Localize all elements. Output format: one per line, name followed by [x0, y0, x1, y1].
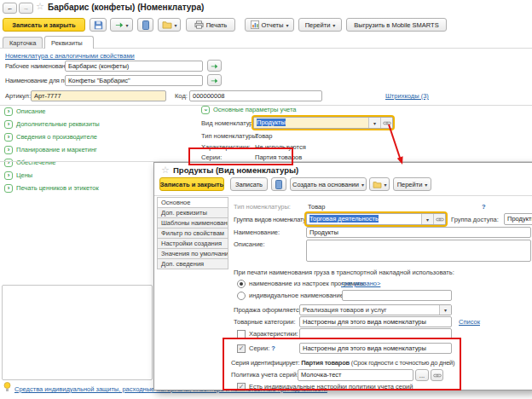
section-planning-marketing[interactable]: › Планирование и маркетинг: [4, 146, 97, 154]
print-name-pick-button[interactable]: [207, 74, 222, 86]
section-additional-requisites[interactable]: › Дополнительные реквизиты: [4, 120, 100, 129]
dialog-categories-field[interactable]: Настроены для этого вида номенклатуры: [299, 316, 452, 327]
reports-button[interactable]: Отчеты▾: [245, 18, 294, 32]
dialog-group-combo-field[interactable]: Торговая деятельность ▾: [306, 213, 446, 225]
dialog-sale-dropdown-button[interactable]: ▾: [439, 305, 451, 315]
radio-program-name[interactable]: [237, 280, 246, 288]
params-group-header[interactable]: › Основные параметры учета: [201, 106, 297, 114]
print-button[interactable]: Печать: [186, 18, 235, 32]
categories-list-link[interactable]: Список: [459, 318, 480, 327]
dialog-sale-combo-field[interactable]: Реализация товаров и услуг ▾: [299, 304, 452, 315]
print-name-field[interactable]: Конфеты "Барбарис": [65, 75, 203, 86]
dialog-access-group-field[interactable]: Продукты: [504, 213, 532, 225]
dialog-characteristics-label: Характеристики: ?: [249, 330, 304, 338]
report-icon: [251, 20, 259, 29]
section-label: Обеспечение: [16, 159, 56, 167]
dialog-save-button[interactable]: Записать: [230, 177, 268, 191]
dialog-description-field[interactable]: [306, 240, 531, 262]
kind-open-button[interactable]: [380, 118, 392, 128]
section-label: Описание: [16, 107, 46, 116]
individual-settings-checkbox[interactable]: ✓: [237, 383, 246, 391]
tab-card-label: Карточка: [9, 39, 36, 47]
characteristics-checkbox[interactable]: [237, 330, 246, 338]
create-based-on-button[interactable]: ▾: [110, 18, 133, 32]
code-field[interactable]: 000000008: [189, 90, 322, 101]
dropdown-caret-icon: ▾: [332, 22, 335, 28]
series-checkbox[interactable]: ✓: [237, 344, 246, 353]
dialog-characteristics-field[interactable]: [299, 328, 452, 339]
dialog-group-open-button[interactable]: [433, 214, 445, 224]
save-close-label: Записать и закрыть: [12, 21, 75, 29]
favorite-star-icon[interactable]: ☆: [161, 165, 170, 175]
barcodes-link[interactable]: Штрихкоды (3): [385, 92, 429, 101]
tab-card[interactable]: Карточка: [3, 37, 43, 49]
dialog-create-based-on-button[interactable]: Создать на основании▾: [290, 177, 367, 191]
dialog-name-field[interactable]: Продукты: [306, 227, 531, 238]
radio-individual-name-label: индивидуальное наименование:: [249, 292, 345, 300]
dialog-group-value: Торговая деятельность: [309, 215, 379, 223]
policy-open-button[interactable]: [431, 369, 443, 381]
goto-label: Перейти: [305, 21, 331, 29]
tab-requisites[interactable]: Реквизиты: [44, 36, 94, 49]
characteristics-value: Не используются: [255, 143, 306, 152]
dialog-structure-button[interactable]: [271, 177, 286, 191]
params-group-label: Основные параметры учета: [213, 106, 297, 114]
link-chain-icon: [433, 373, 442, 379]
structure-icon: [142, 20, 149, 30]
comment-field[interactable]: [2, 285, 153, 380]
create-based-on-icon: [115, 20, 124, 29]
not-specified-link[interactable]: <не указано>: [341, 280, 380, 288]
section-price-tags[interactable]: › Печать ценников и этикеток: [4, 184, 99, 193]
favorite-star-icon[interactable]: ☆: [36, 2, 44, 11]
dialog-goto-button[interactable]: Перейти▾: [393, 177, 431, 191]
save-close-button[interactable]: Записать и закрыть: [3, 18, 85, 32]
kind-dropdown-button[interactable]: ▾: [368, 118, 380, 128]
nav-back-button[interactable]: ←: [3, 3, 17, 14]
forward-arrow-icon: →: [23, 4, 30, 12]
dropdown-caret-icon: ▾: [126, 22, 129, 28]
dialog-save-close-button[interactable]: Записать и закрыть: [159, 177, 224, 191]
dialog-tab-additional-info[interactable]: Доп. сведения: [157, 258, 228, 269]
working-name-field[interactable]: Барбарис (конфеты): [65, 61, 203, 72]
dialog-series-field[interactable]: Настроены для этого вида номенклатуры: [299, 343, 452, 354]
section-label: Печать ценников и этикеток: [16, 184, 99, 193]
dropdown-caret-icon: ▾: [373, 120, 376, 126]
individual-name-field[interactable]: [342, 290, 452, 301]
working-name-pick-button[interactable]: [207, 60, 222, 72]
working-name-label: Рабочее наименование:: [5, 62, 73, 71]
app-window: ← → ☆ Барбарис (конфеты) (Номенклатура) …: [0, 0, 532, 399]
folder-history-icon: [162, 20, 172, 29]
expand-chevron-icon: ›: [4, 146, 13, 154]
nav-forward-button[interactable]: →: [19, 3, 33, 14]
dialog-policy-field[interactable]: Молочка-тест: [298, 369, 413, 381]
green-select-icon: [211, 77, 218, 84]
dialog-group-dropdown-button[interactable]: ▾: [421, 214, 433, 224]
dialog-policy-label: Политика учета серий: ?: [231, 371, 304, 379]
help-icon[interactable]: ?: [271, 344, 275, 352]
dialog-title: Продукты (Вид номенклатуры): [173, 165, 298, 175]
similar-nomenclature-link[interactable]: Номенклатура с аналогичными свойствами: [5, 52, 135, 61]
section-manufacturer-info[interactable]: › Сведения о производителе: [4, 133, 97, 142]
policy-select-button[interactable]: ...: [415, 369, 429, 381]
characteristics-label: Характеристики:: [201, 143, 251, 152]
history-button[interactable]: ▾: [158, 18, 181, 32]
expand-chevron-icon: ›: [4, 171, 13, 180]
link-chain-icon: [383, 120, 391, 126]
article-field[interactable]: Арт-7777: [31, 90, 166, 101]
section-label: Дополнительные реквизиты: [16, 120, 100, 129]
dialog-history-button[interactable]: ▾: [369, 177, 390, 191]
radio-individual-name[interactable]: [237, 292, 246, 300]
section-prices[interactable]: › Цены: [4, 171, 32, 180]
structure-button[interactable]: [137, 18, 153, 32]
dropdown-caret-icon: ▾: [175, 22, 177, 28]
help-icon[interactable]: ?: [482, 203, 486, 211]
save-button[interactable]: [90, 18, 107, 32]
dialog-goto-label: Перейти: [397, 181, 423, 188]
section-supply[interactable]: › Обеспечение: [4, 159, 56, 167]
goto-button[interactable]: Перейти▾: [298, 18, 342, 32]
section-description[interactable]: › Описание: [4, 107, 46, 116]
expand-chevron-icon: ›: [4, 120, 13, 129]
export-mobile-smarts-button[interactable]: Выгрузить в Mobile SMARTS: [346, 18, 447, 32]
kind-combo-field[interactable]: Продукты ▾: [253, 117, 393, 129]
dialog-nomenclature-kind: ☆ Продукты (Вид номенклатуры) Записать и…: [153, 162, 532, 390]
